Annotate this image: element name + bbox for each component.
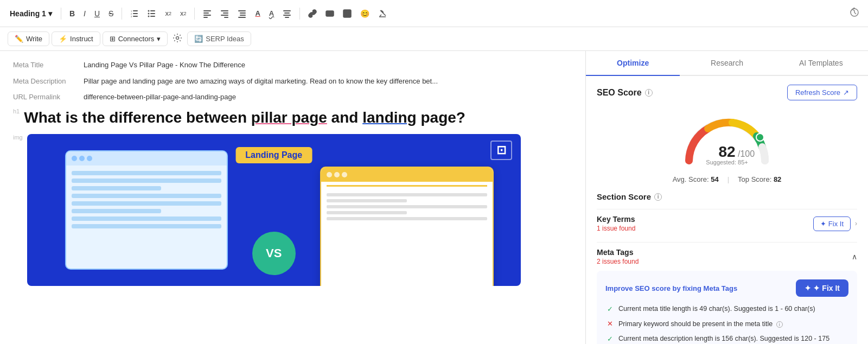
key-terms-header[interactable]: Key Terms 1 issue found ✦ Fix It › bbox=[597, 209, 857, 238]
improve-row: Improve SEO score by fixing Meta Tags ✦ … bbox=[605, 279, 848, 297]
italic-button[interactable]: I bbox=[81, 7, 88, 20]
write-button[interactable]: ✏️ Write bbox=[8, 31, 49, 46]
editor-pane: Meta Title Landing Page Vs Pillar Page -… bbox=[0, 51, 586, 344]
gauge-container: 82 /100 Suggested: 85+ bbox=[597, 109, 857, 169]
dot-2 bbox=[79, 156, 85, 161]
unordered-list-button[interactable] bbox=[145, 7, 159, 20]
check-text-2: Primary keyword should be present in the… bbox=[618, 320, 783, 329]
landing-dot-1 bbox=[327, 172, 332, 177]
subscript-button[interactable]: x2 bbox=[162, 7, 174, 20]
key-terms-title: Key Terms bbox=[597, 215, 635, 224]
svg-text:/100: /100 bbox=[738, 149, 755, 158]
img-row: img ⊡ bbox=[13, 134, 572, 286]
meta-desc-value[interactable]: Pillar page and landing page are two ama… bbox=[84, 76, 572, 87]
tab-ai-templates[interactable]: AI Templates bbox=[774, 51, 868, 76]
svg-rect-16 bbox=[221, 10, 228, 11]
superscript-button[interactable]: x2 bbox=[177, 7, 189, 20]
landing-titlebar bbox=[321, 168, 493, 182]
align-left-button[interactable] bbox=[200, 7, 214, 20]
main-area: Meta Title Landing Page Vs Pillar Page -… bbox=[0, 51, 868, 344]
settings-button[interactable] bbox=[170, 30, 185, 47]
strikethrough-button[interactable]: S bbox=[106, 7, 116, 20]
check-item-2: ✕ Primary keyword should be present in t… bbox=[605, 320, 848, 329]
svg-rect-15 bbox=[203, 17, 208, 18]
svg-rect-26 bbox=[283, 15, 291, 16]
table-button[interactable] bbox=[340, 7, 354, 20]
ordered-list-button[interactable]: 123 bbox=[127, 7, 142, 20]
image-button[interactable] bbox=[323, 7, 337, 20]
tab-research[interactable]: Research bbox=[680, 51, 774, 76]
top-label: Top Score: 82 bbox=[738, 175, 781, 183]
seo-score-title-text: SEO Score bbox=[597, 88, 642, 98]
svg-point-37 bbox=[756, 133, 764, 141]
key-terms-chevron-icon: › bbox=[855, 220, 857, 227]
heading-select[interactable]: Heading 1 ▾ bbox=[7, 7, 55, 20]
history-button[interactable] bbox=[847, 5, 861, 21]
tab-optimize[interactable]: Optimize bbox=[586, 51, 680, 76]
instruct-button[interactable]: ⚡ Instruct bbox=[52, 31, 100, 46]
meta-desc-row: Meta Description Pillar page and landing… bbox=[13, 76, 572, 87]
meta-tags-fix-it-button[interactable]: ✦ ✦ Fix It bbox=[796, 279, 848, 297]
url-value[interactable]: difference-between-pillar-page-and-landi… bbox=[84, 92, 572, 103]
vs-circle: VS bbox=[252, 232, 296, 275]
indent-button[interactable] bbox=[235, 7, 249, 20]
url-row: URL Permalink difference-between-pillar-… bbox=[13, 92, 572, 103]
meta-tags-header[interactable]: Meta Tags 2 issues found ∧ bbox=[597, 242, 857, 271]
toolbar-divider-3 bbox=[194, 8, 195, 20]
font-color-button[interactable]: A bbox=[252, 7, 263, 20]
emoji-button[interactable]: 😊 bbox=[358, 7, 372, 20]
svg-point-8 bbox=[148, 12, 150, 14]
connectors-button[interactable]: ⊞ Connectors ▾ bbox=[103, 31, 168, 46]
svg-rect-12 bbox=[203, 10, 211, 11]
landing-line-2 bbox=[327, 199, 407, 202]
fix-it-primary-icon: ✦ bbox=[805, 284, 811, 292]
section-score-info-icon[interactable]: i bbox=[654, 193, 662, 201]
svg-rect-22 bbox=[240, 15, 246, 16]
svg-rect-13 bbox=[203, 12, 209, 14]
refresh-label: Refresh Score bbox=[795, 88, 840, 97]
h1-text[interactable]: What is the difference between pillar pa… bbox=[24, 108, 465, 128]
landing-bar bbox=[327, 185, 487, 187]
img-label: img bbox=[13, 134, 23, 141]
clean-button[interactable] bbox=[375, 7, 390, 20]
toolbar-divider-4 bbox=[299, 8, 300, 20]
svg-rect-7 bbox=[150, 10, 155, 11]
avg-value: 54 bbox=[711, 175, 718, 183]
seo-score-info-icon[interactable]: i bbox=[645, 89, 653, 97]
panel-tabs: Optimize Research AI Templates bbox=[586, 51, 868, 76]
key-terms-right: ✦ Fix It › bbox=[813, 216, 857, 231]
refresh-score-button[interactable]: Refresh Score ↗ bbox=[787, 85, 857, 100]
svg-rect-18 bbox=[221, 15, 228, 16]
serp-ideas-button[interactable]: 🔄 SERP Ideas bbox=[187, 31, 251, 46]
link-button[interactable] bbox=[305, 7, 320, 20]
meta-title-value[interactable]: Landing Page Vs Pillar Page - Know The D… bbox=[84, 60, 572, 71]
svg-rect-9 bbox=[150, 13, 155, 14]
svg-point-10 bbox=[148, 15, 150, 17]
landing-line-5 bbox=[327, 217, 487, 220]
serp-icon: 🔄 bbox=[194, 35, 203, 43]
key-terms-left: Key Terms 1 issue found bbox=[597, 215, 635, 232]
svg-rect-17 bbox=[223, 12, 228, 14]
align-center-button[interactable] bbox=[280, 7, 294, 20]
landing-lines bbox=[321, 191, 493, 225]
right-panel: Optimize Research AI Templates SEO Score… bbox=[586, 51, 868, 344]
key-terms-fix-it-button[interactable]: ✦ Fix It bbox=[813, 216, 851, 231]
svg-rect-24 bbox=[283, 10, 291, 11]
svg-rect-23 bbox=[238, 17, 246, 18]
h1-row: h1 What is the difference between pillar… bbox=[13, 108, 572, 128]
url-label: URL Permalink bbox=[13, 92, 84, 101]
svg-rect-14 bbox=[203, 15, 211, 16]
meta-tags-title: Meta Tags bbox=[597, 248, 639, 257]
highlight-button[interactable]: A bbox=[266, 7, 277, 20]
meta-tags-issues: 2 issues found bbox=[597, 258, 639, 265]
seo-score-title: SEO Score i bbox=[597, 88, 653, 98]
bold-button[interactable]: B bbox=[67, 7, 78, 20]
check-text-3: Current meta description length is 156 c… bbox=[618, 334, 848, 344]
check-info-icon[interactable]: i bbox=[776, 321, 783, 328]
underline-button[interactable]: U bbox=[92, 7, 103, 20]
article-image[interactable]: ⊡ bbox=[27, 134, 521, 286]
improve-text: Improve SEO score by fixing Meta Tags bbox=[605, 284, 737, 292]
meta-tags-collapse-icon: ∧ bbox=[852, 252, 857, 261]
landing-dot-3 bbox=[342, 172, 347, 177]
align-right-button[interactable] bbox=[218, 7, 232, 20]
